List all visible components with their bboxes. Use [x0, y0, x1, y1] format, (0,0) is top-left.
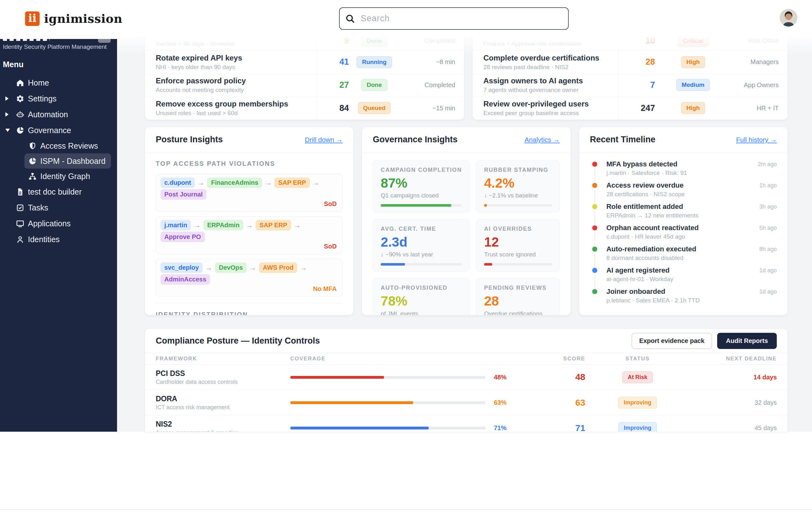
timeline-dot [592, 183, 597, 188]
access-path-chip: Post Journal [161, 189, 206, 200]
sidebar-item[interactable]: ISPM - Dashboard [24, 153, 111, 169]
arrow-icon: → [198, 179, 204, 187]
task-count: 9 [317, 36, 349, 45]
coverage-percent: 63% [494, 399, 506, 406]
status-badge: Done [361, 79, 387, 91]
task-metrics: 247 High HR + IT [618, 97, 788, 120]
timeline-dot [592, 225, 597, 231]
task-subtitle: Accounts not meeting complexity [156, 87, 317, 93]
column-header: FRAMEWORK [156, 356, 290, 362]
table-row[interactable]: Review over-privileged users Exceed peer… [473, 96, 788, 120]
table-row[interactable]: Inactive > 90 days · no owner 9 Done Com… [145, 31, 464, 51]
search-icon [345, 13, 355, 24]
stat-label: PENDING REVIEWS [484, 284, 552, 291]
score-value: 48 [538, 372, 585, 382]
task-title: Complete overdue certifications [484, 54, 618, 62]
sidebar-item[interactable]: Home [0, 75, 117, 91]
full-history-link[interactable]: Full history → [736, 136, 777, 144]
task-meta: Completed [400, 82, 455, 89]
export-evidence-button[interactable]: Export evidence pack [632, 333, 712, 349]
chevron-icon[interactable] [5, 112, 16, 117]
timeline-dot [592, 247, 597, 252]
chevron-icon[interactable] [5, 129, 16, 132]
framework-name: PCI DSS [156, 369, 290, 378]
drill-down-link[interactable]: Drill down → [305, 136, 343, 144]
table-row[interactable]: Assign owners to AI agents 7 agents with… [473, 73, 788, 97]
global-search [339, 7, 569, 30]
sidebar-item[interactable]: test doc builder [0, 184, 117, 200]
analytics-link[interactable]: Analytics → [525, 136, 560, 144]
stat-label: RUBBER STAMPING [484, 167, 552, 173]
sidebar-item-label: Applications [28, 219, 71, 228]
timeline-subtitle: ai-agent-hr-01 · Workday [606, 276, 777, 283]
severity-badge: Medium [676, 79, 710, 91]
stat-progress-fill [484, 263, 492, 266]
avatar[interactable] [780, 9, 798, 27]
task-meta: ~15 min [400, 104, 455, 112]
violation-list: c.dupont → FinanceAdmins → SAP ERP → [156, 174, 343, 297]
stat-tile: RUBBER STAMPING 4.2% ↓ −2.1% vs baseline [476, 160, 559, 213]
severity-badge: High [681, 56, 705, 68]
task-cell: Enforce password policy Accounts not mee… [145, 74, 317, 97]
sidebar-nav: Home Settings Automation Governance [0, 75, 117, 247]
timeline-title: Auto-remediation executed [606, 245, 777, 253]
timeline-dot [592, 289, 597, 294]
sidebar-item[interactable]: Identities [0, 232, 117, 247]
certification-task-table: Finance + Approval role combination 10 C… [472, 31, 788, 120]
page-bottom-divider [0, 509, 812, 510]
access-path-chip: c.dupont [161, 178, 195, 188]
arrow-icon: → [265, 179, 271, 187]
task-count: 10 [618, 36, 655, 45]
access-path-violation: svc_deploy → DevOps → AWS Prod → [156, 259, 343, 297]
sidebar-item[interactable]: Governance [0, 122, 117, 138]
coverage-cell: 71% [290, 424, 538, 432]
stat-subtitle: of JML events [381, 310, 462, 315]
sidebar-menu-heading: Menu [3, 60, 117, 69]
stat-tiles: CAMPAIGN COMPLETION 87% Q1 campaigns clo… [373, 160, 559, 315]
stat-progress-fill [381, 263, 405, 266]
stat-subtitle: ↓ −2.1% vs baseline [484, 192, 552, 199]
table-row[interactable]: Rotate expired API keys NHI · keys older… [145, 51, 464, 73]
sidebar-item[interactable]: Settings [0, 91, 117, 107]
table-row[interactable]: Finance + Approval role combination 10 C… [473, 31, 788, 51]
access-path-chip: FinanceAdmins [207, 178, 262, 188]
stat-tile: AVG. CERT. TIME 2.3d ↓ −90% vs last year [373, 219, 470, 272]
timeline-title: Orphan account reactivated [606, 224, 777, 232]
timeline-connector [594, 211, 596, 225]
sidebar-item-label: Access Reviews [40, 141, 98, 151]
task-metrics: 28 High Managers [618, 51, 788, 73]
sidebar-item[interactable]: Identity Graph [24, 169, 111, 184]
timeline-item: Orphan account reactivated c.dupont · HR… [590, 224, 777, 245]
timeline-timestamp: 1d ago [759, 267, 777, 274]
task-subtitle: 28 reviews past deadline · NIS2 [484, 64, 618, 71]
status-badge: Improving [618, 422, 657, 432]
severity-badge: High [681, 102, 705, 114]
governance-insights-card: Governance Insights Analytics → CAMPAIGN… [361, 127, 571, 315]
access-path-chip: DevOps [215, 263, 247, 273]
stat-subtitle: Q1 campaigns closed [381, 192, 462, 199]
stat-tile: PENDING REVIEWS 28 Overdue certification… [476, 278, 559, 315]
table-row[interactable]: Remove excess group memberships Unused r… [145, 96, 464, 120]
arrow-icon: → [313, 179, 319, 187]
audit-reports-button[interactable]: Audit Reports [717, 333, 777, 349]
sidebar-item[interactable]: Applications [0, 215, 117, 232]
search-input[interactable] [339, 7, 569, 30]
compliance-rows: PCI DSS Cardholder data access controls … [145, 364, 788, 432]
table-row[interactable]: Complete overdue certifications 28 revie… [473, 51, 788, 73]
sidebar-item[interactable]: Access Reviews [24, 138, 111, 153]
task-count: 247 [618, 103, 655, 113]
sidebar-item[interactable]: Automation [0, 107, 117, 122]
brand-wordmark: ignimission [44, 12, 122, 26]
timeline-connector [594, 169, 596, 183]
arrow-icon: → [246, 221, 253, 229]
brand-logo[interactable]: ii ignimission [25, 11, 122, 26]
sidebar-item[interactable]: Tasks [0, 200, 117, 215]
chevron-icon[interactable] [5, 96, 16, 101]
stat-tile: AI OVERRIDES 12 Trust score ignored [476, 219, 559, 272]
table-row[interactable]: Enforce password policy Accounts not mee… [145, 73, 464, 97]
stat-value: 12 [484, 235, 552, 249]
coverage-fill [290, 401, 413, 404]
access-path-chip: ERPAdmin [203, 220, 243, 231]
brand-logo-icon: ii [25, 11, 40, 26]
task-metrics: 27 Done Completed [317, 74, 464, 97]
